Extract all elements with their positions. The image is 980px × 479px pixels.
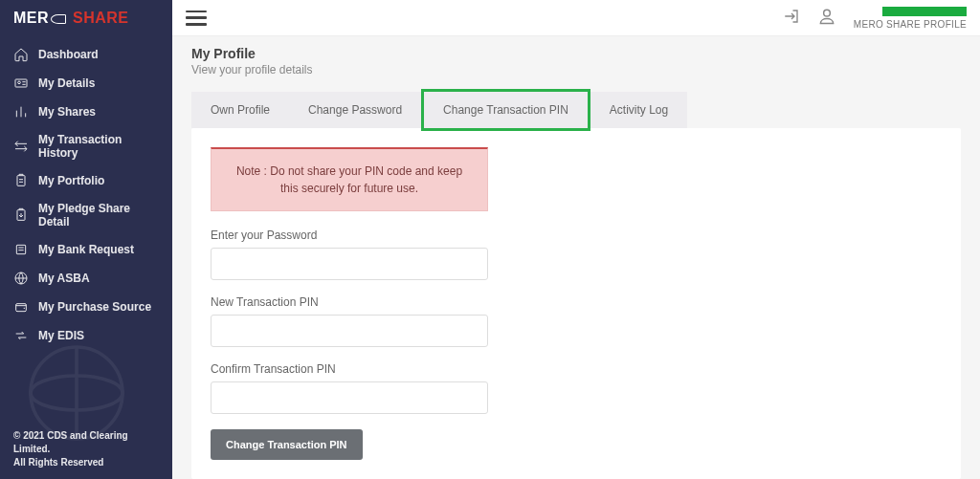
logo-text-mero: MER [13, 10, 49, 26]
sidebar-item-label: My Bank Request [38, 243, 134, 256]
app-logo: MER SHARE [0, 0, 172, 34]
user-name-redacted [882, 7, 967, 16]
page-subtitle: View your profile details [191, 63, 961, 76]
sidebar-item-asba[interactable]: My ASBA [0, 264, 172, 293]
profile-label: MERO SHARE PROFILE [854, 19, 967, 30]
sidebar-item-bank-request[interactable]: My Bank Request [0, 235, 172, 264]
sidebar-item-label: My EDIS [38, 329, 84, 342]
new-pin-input[interactable] [211, 315, 488, 347]
sidebar-item-label: My ASBA [38, 272, 90, 285]
footer-copyright: © 2021 CDS and Clearing Limited. [13, 429, 159, 456]
sidebar-item-label: My Purchase Source [38, 300, 151, 314]
sidebar-item-my-details[interactable]: My Details [0, 69, 172, 98]
tab-change-password[interactable]: Change Password [289, 92, 421, 128]
menu-toggle-button[interactable] [186, 11, 207, 26]
tab-change-transaction-pin[interactable]: Change Transaction PIN [421, 89, 590, 131]
sidebar-item-label: My Portfolio [38, 174, 104, 187]
confirm-pin-label: Confirm Transaction PIN [211, 362, 488, 376]
sidebar-item-label: My Transaction History [38, 133, 159, 160]
sidebar-footer: © 2021 CDS and Clearing Limited. All Rig… [13, 429, 159, 469]
clipboard-icon [13, 173, 29, 188]
sidebar: MER SHARE Dashboard My Details My Shares… [0, 0, 172, 479]
document-icon [13, 242, 29, 257]
swap-icon [13, 328, 29, 343]
fish-icon [51, 14, 66, 24]
clipboard-arrow-icon [13, 207, 29, 223]
sidebar-item-label: Dashboard [38, 48, 99, 61]
password-label: Enter your Password [211, 229, 488, 242]
sidebar-item-label: My Pledge Share Detail [38, 202, 159, 229]
user-icon[interactable] [817, 7, 836, 30]
bar-chart-icon [13, 104, 29, 120]
warning-note: Note : Do not share your PIN code and ke… [211, 147, 488, 211]
id-card-icon [13, 76, 29, 91]
wallet-icon [13, 299, 29, 315]
sidebar-item-purchase-source[interactable]: My Purchase Source [0, 293, 172, 321]
form-panel: Note : Do not share your PIN code and ke… [191, 128, 961, 479]
form-group-password: Enter your Password [211, 229, 488, 280]
form-group-confirm-pin: Confirm Transaction PIN [211, 362, 488, 414]
sidebar-item-transaction-history[interactable]: My Transaction History [0, 126, 172, 166]
page-title: My Profile [191, 46, 961, 61]
svg-point-8 [31, 376, 122, 410]
sidebar-item-label: My Details [38, 76, 95, 90]
logo-text-share: SHARE [73, 10, 129, 26]
tab-activity-log[interactable]: Activity Log [590, 92, 687, 128]
svg-point-9 [823, 10, 830, 16]
footer-rights: All Rights Reserved [13, 456, 159, 469]
sidebar-nav: Dashboard My Details My Shares My Transa… [0, 40, 172, 350]
tabs: Own Profile Change Password Change Trans… [191, 92, 961, 128]
sidebar-item-edis[interactable]: My EDIS [0, 321, 172, 350]
svg-rect-0 [15, 79, 27, 87]
svg-point-7 [31, 347, 122, 439]
sidebar-item-portfolio[interactable]: My Portfolio [0, 166, 172, 195]
password-input[interactable] [211, 248, 488, 280]
form-group-new-pin: New Transaction PIN [211, 295, 488, 347]
topbar-right: MERO SHARE PROFILE [783, 7, 967, 30]
profile-block[interactable]: MERO SHARE PROFILE [854, 7, 967, 30]
svg-rect-2 [17, 176, 25, 186]
home-icon [13, 47, 29, 62]
tab-own-profile[interactable]: Own Profile [191, 92, 289, 128]
sidebar-item-pledge-share[interactable]: My Pledge Share Detail [0, 195, 172, 235]
svg-rect-4 [16, 245, 25, 253]
history-icon [13, 139, 29, 154]
sidebar-item-dashboard[interactable]: Dashboard [0, 40, 172, 69]
main: MERO SHARE PROFILE My Profile View your … [172, 0, 980, 479]
svg-rect-6 [16, 304, 27, 312]
topbar: MERO SHARE PROFILE [172, 0, 980, 36]
logout-icon[interactable] [783, 8, 800, 29]
svg-point-1 [18, 81, 21, 84]
content-area: My Profile View your profile details Own… [172, 36, 980, 479]
new-pin-label: New Transaction PIN [211, 295, 488, 309]
sidebar-item-my-shares[interactable]: My Shares [0, 98, 172, 126]
sidebar-item-label: My Shares [38, 105, 96, 119]
globe-icon [13, 271, 29, 286]
change-pin-button[interactable]: Change Transaction PIN [211, 429, 363, 460]
confirm-pin-input[interactable] [211, 381, 488, 414]
